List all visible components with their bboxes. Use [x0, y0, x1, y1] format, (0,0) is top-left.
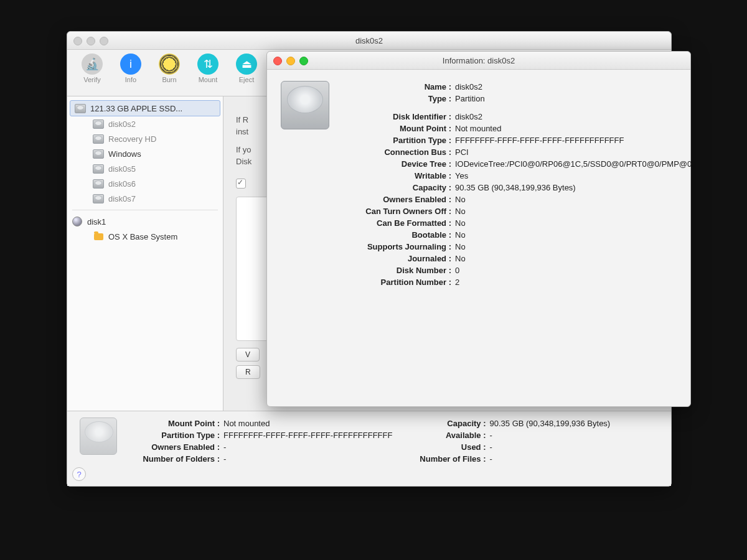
- sidebar-osx-base-system[interactable]: OS X Base System: [67, 229, 223, 244]
- footer-col-right: Capacity :90.35 GB (90,348,199,936 Bytes…: [393, 418, 659, 480]
- toolbar-mount[interactable]: ⇅ Mount: [194, 54, 222, 83]
- zoom-icon[interactable]: [299, 57, 308, 65]
- zoom-icon[interactable]: [100, 37, 108, 45]
- sidebar-partition-disk0s6[interactable]: disk0s6: [67, 176, 223, 191]
- verify-disk-button[interactable]: V: [236, 348, 260, 362]
- toolbar-info[interactable]: i Info: [117, 54, 144, 83]
- info-titlebar[interactable]: Information: disk0s2: [267, 52, 690, 70]
- disk-icon: [92, 149, 105, 159]
- sidebar-partition-disk0s7[interactable]: disk0s7: [67, 191, 223, 206]
- eject-icon: ⏏: [236, 54, 257, 75]
- sidebar-partition-disk0s2[interactable]: disk0s2: [67, 116, 223, 131]
- disk-icon: [92, 179, 105, 189]
- minimize-icon[interactable]: [286, 57, 295, 65]
- close-icon[interactable]: [73, 37, 82, 45]
- burn-icon: [159, 54, 180, 75]
- sidebar-device-0[interactable]: 121.33 GB APPLE SSD...: [70, 100, 220, 116]
- sidebar-partition-recovery[interactable]: Recovery HD: [67, 131, 223, 146]
- info-window-title: Information: disk0s2: [267, 56, 690, 65]
- info-icon: i: [120, 54, 141, 75]
- sidebar-partition-disk0s5[interactable]: disk0s5: [67, 161, 223, 176]
- toolbar-verify[interactable]: 🔬 Verify: [78, 54, 106, 83]
- main-titlebar[interactable]: disk0s2: [67, 32, 671, 50]
- toolbar-eject[interactable]: ⏏ Eject: [233, 54, 260, 83]
- sidebar-separator: [72, 210, 218, 210]
- mount-icon: ⇅: [197, 54, 218, 75]
- main-window-title: disk0s2: [67, 36, 671, 45]
- repair-disk-button[interactable]: R: [236, 365, 260, 379]
- main-footer: Mount Point :Not mounted Partition Type …: [67, 411, 671, 486]
- disk-icon: [92, 119, 105, 129]
- disk-icon: [281, 81, 329, 131]
- info-window: Information: disk0s2 Name :disk0s2 Type …: [266, 51, 691, 407]
- disk-icon: [92, 134, 105, 144]
- minimize-icon[interactable]: [87, 37, 95, 45]
- info-properties: Name :disk0s2 Type :Partition Disk Ident…: [345, 81, 692, 288]
- device-sidebar[interactable]: 121.33 GB APPLE SSD... disk0s2 Recovery …: [67, 96, 223, 445]
- sidebar-device-1[interactable]: disk1: [67, 214, 223, 229]
- sidebar-partition-windows[interactable]: Windows: [67, 146, 223, 161]
- microscope-icon: 🔬: [82, 54, 103, 75]
- help-button[interactable]: ?: [72, 467, 86, 481]
- globe-icon: [71, 217, 83, 226]
- folder-icon: [92, 231, 105, 241]
- disk-icon: [92, 164, 105, 174]
- disk-icon: [74, 103, 87, 113]
- footer-col-left: Mount Point :Not mounted Partition Type …: [126, 418, 393, 480]
- show-details-checkbox[interactable]: [236, 179, 246, 189]
- disk-icon: [92, 194, 105, 203]
- close-icon[interactable]: [273, 57, 282, 65]
- toolbar-burn[interactable]: Burn: [156, 54, 183, 83]
